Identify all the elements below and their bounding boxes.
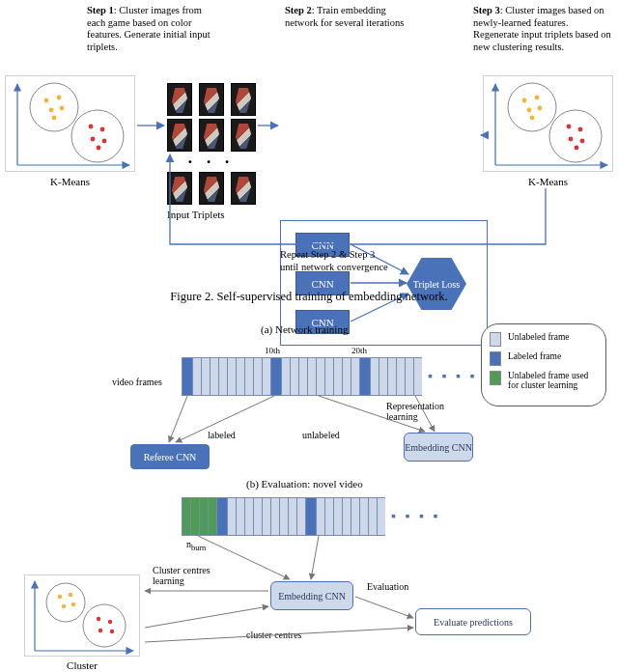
evaluate-predictions-label: Evaluate predictions xyxy=(434,617,513,628)
svg-point-6 xyxy=(49,108,54,113)
tick-20th: 20th xyxy=(351,346,367,355)
kmeans-plot-icon xyxy=(5,75,135,172)
triplet-thumb xyxy=(199,83,224,116)
step1-text: Step 1: Cluster images from each game ba… xyxy=(87,5,222,53)
repr-learning-label: Representation learning xyxy=(386,401,464,422)
svg-point-29 xyxy=(580,139,585,144)
svg-point-2 xyxy=(30,83,78,131)
svg-line-85 xyxy=(311,536,319,579)
triplet-thumb xyxy=(231,172,256,205)
frame-labeled xyxy=(182,357,192,396)
svg-point-22 xyxy=(535,96,540,100)
svg-point-12 xyxy=(102,139,107,144)
svg-point-23 xyxy=(527,108,532,113)
kmeans-right: K-Means xyxy=(483,75,613,187)
svg-point-5 xyxy=(57,96,62,100)
svg-point-27 xyxy=(578,127,583,132)
figure-caption: Figure 2. Self-supervised training of em… xyxy=(0,290,618,304)
svg-point-80 xyxy=(97,617,100,621)
svg-point-79 xyxy=(71,602,75,606)
svg-point-25 xyxy=(530,116,535,121)
input-triplets: • • • Input Triplets xyxy=(167,83,256,220)
section-b-title: (b) Evaluation: novel video xyxy=(246,478,363,490)
svg-point-20 xyxy=(549,110,602,162)
svg-point-82 xyxy=(98,629,102,632)
svg-point-78 xyxy=(62,604,66,608)
input-triplets-label: Input Triplets xyxy=(167,209,256,220)
cluster-plot-bottom: Cluster xyxy=(24,574,140,671)
kmeans-left-label: K-Means xyxy=(5,176,135,187)
labeled-edge-label: labeled xyxy=(208,430,236,440)
svg-line-87 xyxy=(145,606,268,628)
embedding-cnn-label: Embedding CNN xyxy=(405,442,472,453)
triplet-loss-label: Triplet Loss xyxy=(413,279,460,290)
triplet-thumb xyxy=(167,172,192,205)
legend-swatch-unlabeled xyxy=(490,332,501,347)
svg-point-77 xyxy=(69,593,72,597)
svg-point-30 xyxy=(575,146,579,151)
frame-labeled xyxy=(270,357,281,396)
cluster-centres-label: cluster centres xyxy=(246,630,301,640)
legend: Unlabeled frame Labeled frame Unlabeled … xyxy=(481,323,606,406)
cluster-centres-learning-label: Cluster centres learning xyxy=(153,565,230,586)
n-burn-label: nburn xyxy=(186,539,206,552)
svg-point-26 xyxy=(567,125,572,129)
step1-title: Step 1 xyxy=(87,5,114,15)
legend-labeled: Labeled frame xyxy=(508,351,561,361)
feedback-line2: until network convergence xyxy=(280,262,435,274)
cluster-bottom-label: Cluster xyxy=(24,659,140,671)
evaluate-predictions-box: Evaluate predictions xyxy=(415,608,531,635)
svg-line-68 xyxy=(169,396,187,442)
unlabeled-edge-label: unlabeled xyxy=(302,430,340,440)
triplets-ellipsis: • • • xyxy=(167,152,256,172)
frame-labeled xyxy=(216,497,227,536)
triplet-thumb xyxy=(167,119,192,152)
triplet-thumb xyxy=(199,119,224,152)
referee-cnn-box: Referee CNN xyxy=(130,444,210,469)
feedback-line1: Repeat Step 2 & Step 3 xyxy=(280,249,435,262)
legend-swatch-labeled xyxy=(490,351,501,366)
kmeans-right-label: K-Means xyxy=(483,176,613,187)
section-a-title: (a) Network training xyxy=(261,323,348,335)
frames-continue-dots-b: ▪ ▪ ▪ ▪ xyxy=(391,497,440,536)
embedding-cnn-a: Embedding CNN xyxy=(404,433,473,462)
svg-point-28 xyxy=(569,137,574,142)
evaluation-edge-label: Evaluation xyxy=(367,581,408,592)
embedding-cnn-b: Embedding CNN xyxy=(270,581,353,610)
step2-text: Step 2: Train embedding network for seve… xyxy=(285,5,420,29)
svg-point-21 xyxy=(522,98,527,103)
svg-point-11 xyxy=(91,137,96,142)
svg-point-9 xyxy=(89,125,94,129)
svg-point-7 xyxy=(60,106,65,111)
frames-continue-dots: ▪ ▪ ▪ ▪ xyxy=(428,357,477,396)
svg-point-19 xyxy=(508,83,556,131)
svg-point-13 xyxy=(97,146,101,151)
svg-point-75 xyxy=(83,604,126,647)
frame-burn xyxy=(182,497,190,536)
triplet-thumb xyxy=(167,83,192,116)
triplet-thumb xyxy=(231,83,256,116)
svg-line-88 xyxy=(355,597,413,618)
legend-swatch-burn xyxy=(490,371,501,385)
frame-unlabeled xyxy=(192,357,201,396)
embedding-cnn-label-b: Embedding CNN xyxy=(278,591,346,602)
frame-labeled xyxy=(359,357,370,396)
step3-text: Step 3: Cluster images based on newly-le… xyxy=(473,5,613,53)
step2-title: Step 2 xyxy=(285,5,312,15)
video-frames-label-a: video frames xyxy=(112,377,162,387)
kmeans-plot-icon xyxy=(483,75,613,172)
svg-point-81 xyxy=(108,620,112,624)
triplet-thumb xyxy=(231,119,256,152)
frames-strip-a: 10th 20th ▪ ▪ ▪ ▪ xyxy=(182,357,477,396)
svg-point-4 xyxy=(44,98,49,103)
tick-10th: 10th xyxy=(265,346,280,355)
svg-point-8 xyxy=(52,116,57,121)
svg-point-10 xyxy=(100,127,105,132)
referee-cnn-label: Referee CNN xyxy=(144,452,197,462)
frames-strip-b: ▪ ▪ ▪ ▪ xyxy=(182,497,440,536)
triplet-thumb xyxy=(199,172,224,205)
svg-point-74 xyxy=(46,583,85,622)
legend-unlabeled: Unlabeled frame xyxy=(508,332,570,342)
legend-burn: Unlabeled frame used for cluster learnin… xyxy=(508,371,598,391)
kmeans-left: K-Means xyxy=(5,75,135,187)
